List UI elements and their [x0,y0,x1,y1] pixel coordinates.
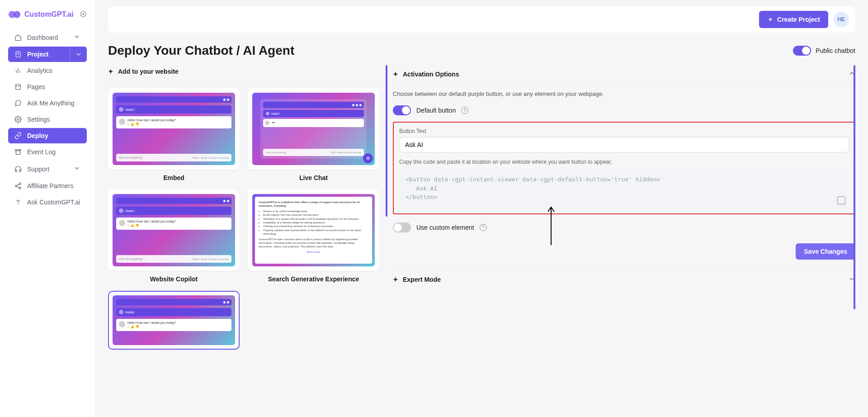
nav-support[interactable]: Support [8,161,87,177]
public-toggle[interactable] [793,46,811,56]
annotation-arrow [547,205,556,247]
card-copilot[interactable]: Hello! Hello! How can I assist you today… [108,190,240,271]
section-title: Expert Mode [403,276,441,283]
section-expert-mode[interactable]: ✦ Expert Mode [393,270,855,289]
card-copilot-wrapper: Hello! Hello! How can I assist you today… [108,190,240,283]
card-embed[interactable]: Hello! Hello! How can I assist you today… [108,88,240,170]
collapse-icon[interactable] [80,10,87,19]
public-toggle-row: Public chatbot [793,46,855,56]
option-label: Use custom element [416,224,474,231]
code-snippet[interactable]: <button data-cgpt-instant-viewer data-cg… [399,169,849,208]
card-embed-wrapper: Hello! Hello! How can I assist you today… [108,88,240,181]
button-text-input[interactable] [399,137,849,152]
button-label: Create Project [777,16,820,23]
default-button-row: Default button ? [393,105,855,115]
gear-icon [14,116,22,123]
create-project-button[interactable]: ＋ Create Project [759,11,828,28]
card-label: Website Copilot [108,275,240,283]
deploy-card-grid: Hello! Hello! How can I assist you today… [108,88,379,350]
info-icon[interactable]: ? [461,107,468,114]
nav-label: Dashboard [27,34,58,41]
nav-dashboard[interactable]: Dashboard [8,29,87,46]
database-icon [14,83,22,90]
svg-point-3 [83,13,84,14]
nav-label: Deploy [27,132,48,139]
close-icon: ✕ [363,153,373,163]
card-livechat[interactable]: Hello! ••• Ask me anything ...Shift + En… [248,88,379,170]
nav-ask[interactable]: Ask Me Anything [8,95,87,111]
thumb-sge: CustomGPT.ai is a platform that offers a… [252,194,375,266]
nav-eventlog[interactable]: Event Log [8,144,87,160]
nav-project[interactable]: Project [8,47,87,62]
button-label: Save Changes [804,248,847,255]
help-icon: ? [14,199,22,206]
thumb-embed: Hello! Hello! How can I assist you today… [113,93,235,165]
card-label: Search Generative Experience [248,275,379,283]
info-icon[interactable]: ? [480,224,487,231]
sparkle-icon: ✦ [393,71,398,78]
nav-askcgpt[interactable]: ? Ask CustomGPT.ai [8,194,87,210]
custom-element-row: Use custom element ? [393,223,855,232]
highlighted-config-box: Button Text Copy this code and paste it … [393,122,855,214]
nav-list: Dashboard [0,29,95,46]
brand-logo-icon [8,8,21,21]
svg-point-14 [19,183,21,185]
nav-affiliates[interactable]: Affiliate Partners [8,178,87,194]
nav-label: Analytics [27,67,52,74]
thumb-copilot: Hello! Hello! How can I assist you today… [113,194,235,266]
document-icon [14,51,22,58]
page-header: Deploy Your Chatbot / AI Agent Public ch… [108,33,855,65]
card-selected[interactable]: Hello! Hello! How can I assist you today… [108,291,240,350]
svg-point-15 [15,185,17,187]
chevron-down-icon [73,165,80,173]
svg-point-11 [17,118,19,120]
avatar-initials: HE [838,16,845,23]
section-activation[interactable]: ✦ Activation Options [393,65,855,83]
section-title: Add to your website [118,68,179,75]
svg-point-1 [13,11,20,18]
card-label: Embed [108,174,240,181]
nav-pages[interactable]: Pages [8,79,87,95]
svg-line-18 [17,186,19,188]
nav-label: Event Log [27,148,56,156]
toggle-label: Public chatbot [816,47,855,54]
card-livechat-wrapper: Hello! ••• Ask me anything ...Shift + En… [248,88,379,181]
card-sge[interactable]: CustomGPT.ai is a platform that offers a… [248,190,379,271]
custom-element-toggle[interactable] [393,223,411,232]
nav-label: Ask Me Anything [27,100,74,107]
chevron-down-icon [73,33,80,42]
nav-label: Pages [27,83,45,90]
section-add-website: ✦ Add to your website [108,65,379,82]
chart-icon [14,67,22,74]
svg-line-17 [17,184,19,185]
card-sge-wrapper: CustomGPT.ai is a platform that offers a… [248,190,379,283]
nav-deploy[interactable]: Deploy [8,128,87,143]
share-icon [14,182,22,190]
avatar[interactable]: HE [834,12,849,27]
main-area: ＋ Create Project HE Deploy Your Chatbot … [95,0,868,417]
activation-subtext: Choose between our default purple button… [393,90,855,97]
nav-project-dropdown[interactable] [70,47,87,62]
headphones-icon [14,166,22,173]
right-column: ✦ Activation Options Choose between our … [393,65,855,417]
sparkle-icon: ✦ [393,276,398,283]
left-column: ✦ Add to your website Hello! Hello! How … [108,65,379,417]
sidebar: CustomGPT.ai Dashboard Project Analytics… [0,0,95,417]
nav-settings[interactable]: Settings [8,112,87,127]
save-changes-button[interactable]: Save Changes [796,243,855,260]
page-title: Deploy Your Chatbot / AI Agent [108,43,294,58]
field-label: Button Text [399,128,849,134]
thumb-livechat: Hello! ••• Ask me anything ...Shift + En… [252,93,375,165]
default-button-toggle[interactable] [393,105,411,115]
nav-label: Support [27,166,49,173]
logo-row: CustomGPT.ai [0,8,95,29]
topbar: ＋ Create Project HE [108,6,855,33]
card-selected-wrapper: Hello! Hello! How can I assist you today… [108,291,240,350]
nav-analytics[interactable]: Analytics [8,63,87,78]
sparkle-icon: ✦ [108,68,113,75]
accent-bar [854,65,855,309]
nav-label: Project [27,51,48,58]
svg-rect-13 [16,151,20,154]
copy-icon[interactable] [837,196,845,204]
archive-icon [14,148,22,156]
